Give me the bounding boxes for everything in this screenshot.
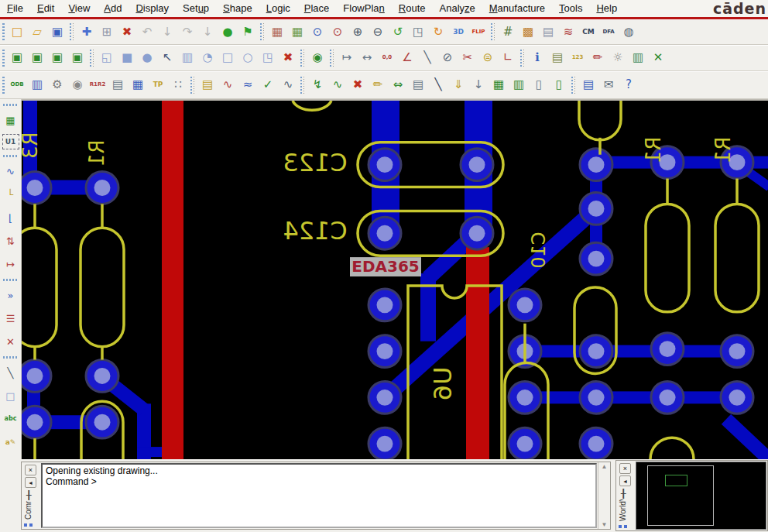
net-topology-button[interactable]: ↯ <box>307 75 327 95</box>
rename-refdes-button[interactable]: R1R2 <box>87 75 108 95</box>
text-edit-button[interactable]: a✎ <box>2 433 20 451</box>
move-button[interactable]: ✚ <box>77 22 97 42</box>
new-file-button[interactable]: □ <box>7 22 27 42</box>
add-circle-outline-button[interactable]: ○ <box>238 48 258 68</box>
text-add-button[interactable]: abc <box>2 410 20 428</box>
scroll-up-icon[interactable]: ▲ <box>602 463 608 470</box>
add-arc-shape-button[interactable]: ◔ <box>197 48 218 68</box>
package-keepin-button[interactable]: ▣ <box>27 48 47 68</box>
world-view-viewport[interactable] <box>636 462 766 530</box>
world-view-close-button[interactable]: × <box>619 463 631 474</box>
menu-edit[interactable]: Edit <box>30 0 61 17</box>
net-doc-button[interactable]: ▤ <box>408 75 428 95</box>
zoom-out-button[interactable]: ⊖ <box>368 22 388 42</box>
pin-list-button[interactable]: ▤ <box>108 75 128 95</box>
world-view-pin-icon[interactable]: ╂ <box>621 489 626 499</box>
power-plane-trace[interactable] <box>466 247 489 459</box>
ratsnest-delete-button[interactable]: ✖ <box>348 75 368 95</box>
menu-analyze[interactable]: Analyze <box>433 0 482 17</box>
net-export-button[interactable]: ↓ <box>468 75 489 95</box>
color-visibility-button[interactable]: ▩ <box>518 22 538 42</box>
add-line-button[interactable]: ╲ <box>417 48 437 68</box>
dimension-origin-button[interactable]: 0,0 <box>377 48 397 68</box>
menu-display[interactable]: Display <box>129 0 176 17</box>
view-3d-button[interactable]: 3D <box>448 22 468 42</box>
net-edit-button[interactable]: ✏ <box>368 75 388 95</box>
zoom-fit-button[interactable]: ↺ <box>388 22 408 42</box>
swap-artwork-button[interactable]: ▤ <box>538 22 558 42</box>
zoom-grid-button[interactable]: ▦ <box>287 22 307 42</box>
add-rect-filled-button[interactable]: ■ <box>117 48 137 68</box>
menu-add[interactable]: Add <box>97 0 129 17</box>
design-review-button[interactable]: ∿ <box>218 75 238 95</box>
via-structure-1-button[interactable]: ▯ <box>529 75 549 95</box>
refdes-label[interactable]: R1 <box>642 136 665 163</box>
tangent-circle-button[interactable]: ⊘ <box>437 48 458 68</box>
pcb-drawing[interactable]: R3R1C123C124C10U6R1R1EDA365 <box>22 101 768 459</box>
menu-logic[interactable]: Logic <box>259 0 297 17</box>
net-expand-button[interactable]: ⇔ <box>388 75 408 95</box>
net-wave-button[interactable]: ∿ <box>2 162 20 180</box>
refdes-label[interactable]: C10 <box>528 232 550 269</box>
component-group-button[interactable]: U1 <box>2 134 19 149</box>
report-log-button[interactable]: ▤ <box>197 75 218 95</box>
shine-mode-button[interactable]: ☼ <box>608 48 628 68</box>
wave-compare-button[interactable]: ≈ <box>238 75 258 95</box>
menu-route[interactable]: Route <box>392 0 433 17</box>
menu-manufacture[interactable]: Manufacture <box>482 0 552 17</box>
pin-arrow-button[interactable]: ↦ <box>2 255 20 273</box>
next-chevron-button[interactable]: » <box>2 286 20 304</box>
menu-tools[interactable]: Tools <box>552 0 589 17</box>
pad-editor-button[interactable]: ◉ <box>307 48 327 68</box>
highlight-button[interactable]: ● <box>218 22 238 42</box>
world-view-collapse-button[interactable]: ◄ <box>619 475 631 486</box>
zoom-in-button[interactable]: ⊕ <box>348 22 368 42</box>
copper-trace[interactable] <box>520 345 745 358</box>
redraw-button[interactable]: ↻ <box>428 22 448 42</box>
scroll-down-icon[interactable]: ▼ <box>602 521 608 528</box>
ratsnest-line-button[interactable]: ∿ <box>327 75 348 95</box>
via-array-button[interactable]: ∷ <box>168 75 188 95</box>
menu-view[interactable]: View <box>61 0 97 17</box>
export-spreadsheet-button[interactable]: ▦ <box>2 111 20 129</box>
undo-button[interactable]: ↶ <box>137 22 157 42</box>
redo-button[interactable]: ↷ <box>177 22 197 42</box>
board-outline-button[interactable]: ▣ <box>47 48 67 68</box>
design-canvas[interactable]: R3R1C123C124C10U6R1R1EDA365 <box>22 99 768 459</box>
shape-operations-button[interactable]: ▣ <box>67 48 87 68</box>
angle-dimension-button[interactable]: ∠ <box>397 48 417 68</box>
waive-drc-button[interactable]: ✕ <box>648 48 668 68</box>
search-zoom-button[interactable]: ⊜ <box>478 48 498 68</box>
outline-route-button[interactable]: ⌊ <box>2 208 20 227</box>
zoom-center-button[interactable]: ⊙ <box>327 22 348 42</box>
cross-section-chart-button[interactable]: ▥ <box>27 75 47 95</box>
save-file-button[interactable]: ▣ <box>47 22 67 42</box>
rect-tool-button[interactable]: □ <box>2 386 20 405</box>
add-l-segment-button[interactable]: ◱ <box>97 48 117 68</box>
trim-cross-button[interactable]: ✂ <box>458 48 478 68</box>
add-rect-outline-button[interactable]: □ <box>218 48 238 68</box>
console-resize-grip[interactable] <box>24 523 33 527</box>
show-element-button[interactable]: ℹ <box>527 48 547 68</box>
copper-trace[interactable] <box>520 391 745 403</box>
select-pointer-button[interactable]: ↖ <box>157 48 177 68</box>
line-tool-button[interactable]: ╲ <box>2 363 20 382</box>
measure-button[interactable]: ↔ <box>357 48 377 68</box>
zoom-points-button[interactable]: ▦ <box>267 22 287 42</box>
color-apply-button[interactable]: ✏ <box>588 48 608 68</box>
odb-export-button[interactable]: ODB <box>7 75 27 95</box>
zoom-selection-button[interactable]: ◳ <box>408 22 428 42</box>
pin-button[interactable]: ⚑ <box>238 22 258 42</box>
documents-button[interactable]: ▤ <box>578 75 598 95</box>
menu-setup[interactable]: Setup <box>176 0 216 17</box>
console-close-button[interactable]: × <box>25 465 36 475</box>
net-import-button[interactable]: ⇓ <box>448 75 468 95</box>
testpoint-button[interactable]: TP <box>148 75 168 95</box>
via-grid-button[interactable]: ▦ <box>128 75 148 95</box>
snapshot-button[interactable]: ◉ <box>67 75 87 95</box>
grid-toggle-button[interactable]: # <box>498 22 518 42</box>
dfa-spreadsheet-button[interactable]: DFA <box>598 22 619 42</box>
layer-priority-button[interactable]: ▥ <box>628 48 648 68</box>
net-table-button[interactable]: ▦ <box>489 75 509 95</box>
add-circle-filled-button[interactable]: ● <box>137 48 157 68</box>
